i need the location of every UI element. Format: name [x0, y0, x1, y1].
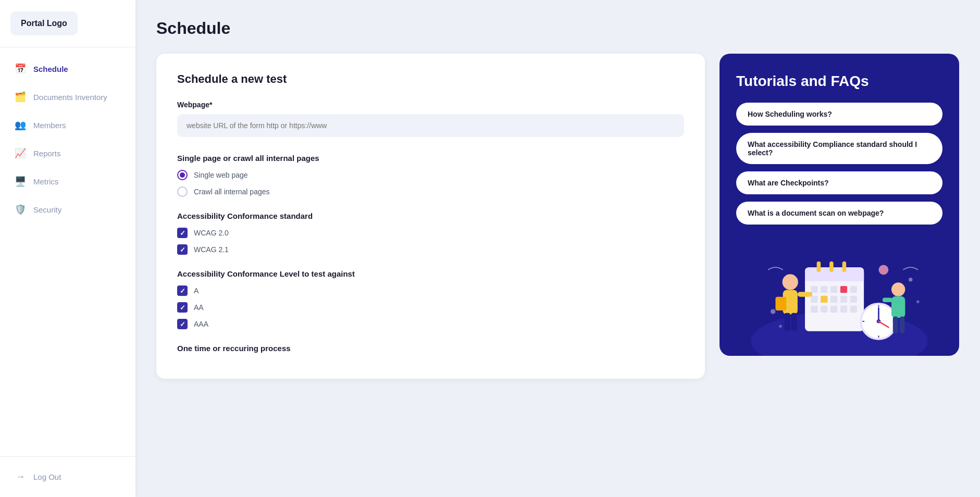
tutorials-title: Tutorials and FAQs — [736, 72, 942, 90]
checkbox-wcag21-label: WCAG 2.1 — [194, 245, 229, 254]
standards-checkbox-group: WCAG 2.0 WCAG 2.1 — [177, 228, 684, 255]
members-icon: 👥 — [15, 119, 26, 131]
checkbox-wcag20-box — [177, 228, 188, 238]
portal-logo: Portal Logo — [10, 11, 78, 35]
checkbox-level-aa-label: AA — [194, 303, 204, 312]
process-label: One time or reccuring process — [177, 344, 684, 353]
svg-point-36 — [891, 283, 905, 296]
svg-rect-5 — [829, 262, 834, 272]
conformance-level-label: Accessibility Conformance Level to test … — [177, 269, 684, 278]
checkbox-wcag21[interactable]: WCAG 2.1 — [177, 244, 684, 255]
svg-rect-37 — [891, 296, 905, 318]
radio-single-page[interactable]: Single web page — [177, 170, 684, 180]
checkbox-level-aa-box — [177, 302, 188, 313]
faq-button-2[interactable]: What accessibility Compliance standard s… — [736, 133, 942, 164]
svg-point-43 — [909, 278, 913, 282]
documents-icon: 🗂️ — [15, 91, 26, 103]
svg-rect-21 — [850, 306, 857, 313]
svg-rect-33 — [791, 313, 797, 331]
faq-button-3[interactable]: What are Checkpoints? — [736, 171, 942, 194]
tutorials-card: Tutorials and FAQs How Scheduling works?… — [720, 54, 959, 356]
svg-rect-7 — [811, 286, 817, 293]
checkbox-level-aa[interactable]: AA — [177, 302, 684, 313]
sidebar-item-label-schedule: Schedule — [33, 65, 68, 73]
svg-rect-35 — [775, 297, 786, 310]
schedule-illustration — [736, 243, 942, 356]
radio-single-label: Single web page — [194, 171, 248, 179]
checkbox-level-aaa[interactable]: AAA — [177, 319, 684, 329]
sidebar: Portal Logo 📅 Schedule 🗂️ Documents Inve… — [0, 0, 135, 497]
security-icon: 🛡️ — [15, 204, 26, 215]
sidebar-item-label-members: Members — [33, 121, 66, 130]
svg-point-44 — [779, 325, 782, 328]
sidebar-item-label-security: Security — [33, 205, 61, 214]
logout-button[interactable]: → Log Out — [13, 467, 123, 487]
svg-rect-6 — [842, 262, 847, 272]
sidebar-item-members[interactable]: 👥 Members — [6, 112, 129, 138]
radio-crawl-label: Crawl all internal pages — [194, 188, 270, 196]
main-content: Schedule Schedule a new test Webpage* Si… — [135, 0, 980, 497]
checkbox-wcag20[interactable]: WCAG 2.0 — [177, 228, 684, 238]
sidebar-item-schedule[interactable]: 📅 Schedule — [6, 56, 129, 82]
checkbox-level-aaa-label: AAA — [194, 320, 208, 328]
svg-rect-11 — [850, 286, 857, 293]
sidebar-item-security[interactable]: 🛡️ Security — [6, 196, 129, 222]
sidebar-nav: 📅 Schedule 🗂️ Documents Inventory 👥 Memb… — [0, 56, 135, 456]
checkbox-level-a-box — [177, 285, 188, 296]
svg-rect-15 — [840, 296, 847, 303]
page-title: Schedule — [156, 19, 959, 38]
svg-rect-39 — [900, 317, 904, 333]
crawl-label: Single page or crawl all internal pages — [177, 154, 684, 163]
svg-point-45 — [916, 300, 920, 303]
webpage-label: Webpage* — [177, 101, 684, 109]
svg-rect-12 — [811, 296, 817, 303]
svg-rect-20 — [840, 306, 847, 313]
sidebar-item-label-documents: Documents Inventory — [33, 93, 107, 102]
schedule-form-card: Schedule a new test Webpage* Single page… — [156, 54, 705, 379]
sidebar-item-label-reports: Reports — [33, 149, 61, 158]
illustration-area — [736, 237, 942, 356]
svg-rect-13 — [821, 296, 827, 303]
checkbox-level-aaa-box — [177, 319, 188, 329]
svg-rect-8 — [821, 286, 827, 293]
svg-rect-19 — [830, 306, 837, 313]
checkbox-wcag20-label: WCAG 2.0 — [194, 229, 229, 237]
checkbox-level-a-label: A — [194, 287, 199, 295]
faq-button-1[interactable]: How Scheduling works? — [736, 103, 942, 126]
radio-single-circle — [177, 170, 188, 180]
svg-rect-14 — [830, 296, 837, 303]
svg-rect-16 — [850, 296, 857, 303]
reports-icon: 📈 — [15, 147, 26, 159]
sidebar-item-metrics[interactable]: 🖥️ Metrics — [6, 168, 129, 194]
metrics-icon: 🖥️ — [15, 176, 26, 187]
sidebar-bottom: → Log Out — [0, 456, 135, 497]
radio-crawl-circle — [177, 187, 188, 197]
checkbox-level-a[interactable]: A — [177, 285, 684, 296]
logout-label: Log Out — [33, 473, 61, 481]
levels-checkbox-group: A AA AAA — [177, 285, 684, 329]
conformance-standard-label: Accessibility Conformance standard — [177, 212, 684, 220]
svg-rect-9 — [830, 286, 837, 293]
svg-rect-17 — [811, 306, 817, 313]
svg-rect-34 — [798, 292, 812, 296]
webpage-input[interactable] — [177, 114, 684, 137]
content-row: Schedule a new test Webpage* Single page… — [156, 54, 959, 379]
logo-area: Portal Logo — [0, 0, 135, 47]
svg-rect-32 — [784, 313, 790, 331]
svg-rect-38 — [893, 317, 898, 333]
svg-rect-18 — [821, 306, 827, 313]
sidebar-item-label-metrics: Metrics — [33, 177, 58, 186]
schedule-icon: 📅 — [15, 63, 26, 74]
radio-crawl-all[interactable]: Crawl all internal pages — [177, 187, 684, 197]
checkbox-wcag21-box — [177, 244, 188, 255]
svg-point-42 — [771, 309, 775, 314]
svg-point-30 — [783, 274, 798, 290]
crawl-radio-group: Single web page Crawl all internal pages — [177, 170, 684, 197]
svg-rect-3 — [805, 275, 864, 281]
svg-rect-40 — [883, 298, 892, 302]
sidebar-item-reports[interactable]: 📈 Reports — [6, 140, 129, 166]
svg-point-41 — [878, 265, 888, 275]
faq-button-4[interactable]: What is a document scan on webpage? — [736, 202, 942, 225]
sidebar-item-documents[interactable]: 🗂️ Documents Inventory — [6, 84, 129, 110]
form-title: Schedule a new test — [177, 72, 684, 86]
